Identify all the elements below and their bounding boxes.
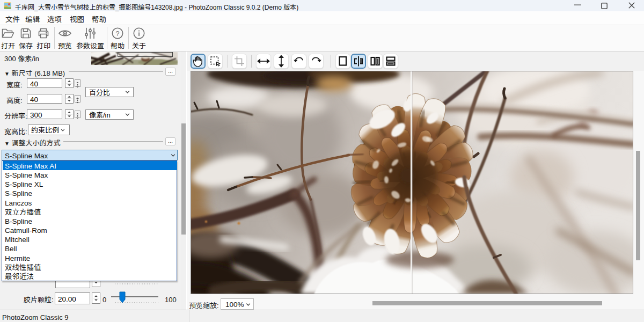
svg-text:?: ? <box>116 30 120 38</box>
